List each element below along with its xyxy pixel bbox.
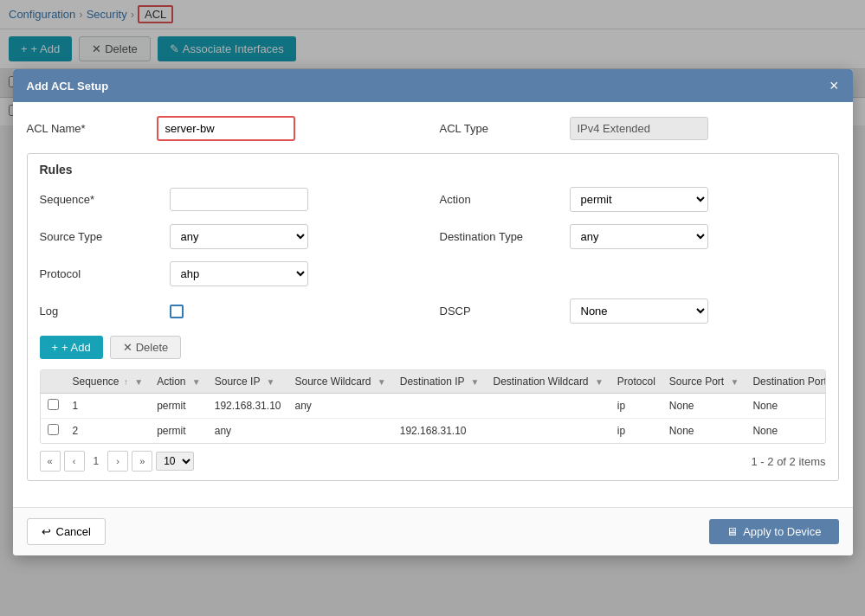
acl-type-value: IPv4 Extended bbox=[570, 117, 708, 140]
inner-table-row: 2 permit any 192.168.31.10 ip None None … bbox=[41, 419, 826, 444]
inner-dst-port-1: None bbox=[746, 394, 825, 419]
action-group: Action permit deny bbox=[440, 187, 826, 212]
inner-dst-ip-2: 192.168.31.10 bbox=[393, 419, 487, 444]
col-destination-ip: Destination IP ▼ bbox=[393, 370, 487, 394]
inner-dst-wild-1 bbox=[487, 394, 610, 419]
acl-name-row: ACL Name* ACL Type IPv4 Extended bbox=[27, 116, 839, 141]
inner-dst-ip-1 bbox=[393, 394, 487, 419]
inner-dst-wild-2 bbox=[487, 419, 610, 444]
inner-src-port-1: None bbox=[662, 394, 746, 419]
destination-type-select[interactable]: any host network bbox=[570, 224, 708, 249]
protocol-label: Protocol bbox=[40, 267, 152, 280]
pag-per-page-select[interactable]: 10 25 50 bbox=[156, 452, 194, 471]
action-filter-icon[interactable]: ▼ bbox=[192, 377, 201, 387]
inner-toolbar: + + Add ✕ Delete bbox=[40, 336, 826, 359]
rules-section: Rules Sequence* Action permit deny bbox=[27, 153, 839, 481]
col-check bbox=[41, 370, 66, 394]
acl-type-group: ACL Type IPv4 Extended bbox=[440, 117, 839, 140]
col-destination-port: Destination Port ▼ bbox=[746, 370, 825, 394]
dscp-group: DSCP None AF11 AF12 AF13 bbox=[440, 298, 826, 324]
inner-src-wild-2 bbox=[287, 419, 392, 444]
inner-table: Sequence ↑ ▼ Action ▼ Source IP ▼ bbox=[41, 370, 826, 443]
pag-last-button[interactable]: » bbox=[132, 451, 152, 472]
source-type-select[interactable]: any host network bbox=[170, 224, 308, 249]
sequence-filter-icon[interactable]: ▼ bbox=[134, 377, 143, 387]
source-dest-row: Source Type any host network Destination… bbox=[40, 224, 826, 249]
sequence-label: Sequence* bbox=[40, 193, 152, 206]
apply-button[interactable]: 🖥 Apply to Device bbox=[709, 519, 838, 544]
pagination: « ‹ 1 › » 10 25 50 1 - 2 of bbox=[40, 451, 826, 472]
pagination-controls: « ‹ 1 › » 10 25 50 bbox=[40, 451, 195, 472]
cancel-label: Cancel bbox=[56, 525, 91, 538]
inner-src-port-2: None bbox=[662, 419, 746, 444]
log-group: Log bbox=[40, 305, 426, 318]
source-wildcard-filter-icon[interactable]: ▼ bbox=[378, 377, 386, 387]
protocol-group: Protocol ahp ip tcp udp icmp bbox=[40, 261, 426, 286]
destination-wildcard-filter-icon[interactable]: ▼ bbox=[595, 377, 604, 387]
source-type-group: Source Type any host network bbox=[40, 224, 426, 249]
modal-overlay: Add ACL Setup × ACL Name* ACL Type IPv4 … bbox=[0, 0, 865, 616]
inner-add-label: + Add bbox=[61, 341, 91, 354]
inner-delete-label: Delete bbox=[136, 341, 169, 354]
modal: Add ACL Setup × ACL Name* ACL Type IPv4 … bbox=[13, 69, 853, 555]
inner-delete-button[interactable]: ✕ Delete bbox=[110, 336, 182, 359]
inner-table-row: 1 permit 192.168.31.10 any ip None None … bbox=[41, 394, 826, 419]
col-source-ip: Source IP ▼ bbox=[208, 370, 288, 394]
inner-protocol-1: ip bbox=[610, 394, 662, 419]
inner-src-ip-1: 192.168.31.10 bbox=[208, 394, 288, 419]
source-port-filter-icon[interactable]: ▼ bbox=[731, 377, 739, 387]
cancel-icon: ↩ bbox=[42, 525, 51, 538]
inner-protocol-2: ip bbox=[610, 419, 662, 444]
log-checkbox[interactable] bbox=[170, 305, 184, 318]
modal-body: ACL Name* ACL Type IPv4 Extended Rules S… bbox=[13, 102, 853, 507]
action-select[interactable]: permit deny bbox=[570, 187, 708, 212]
acl-name-label: ACL Name* bbox=[27, 122, 139, 135]
inner-src-ip-2: any bbox=[208, 419, 288, 444]
apply-icon: 🖥 bbox=[726, 525, 738, 538]
inner-row-checkbox-2[interactable] bbox=[48, 424, 59, 435]
pag-per-page: 10 25 50 bbox=[156, 452, 194, 471]
pag-first-button[interactable]: « bbox=[40, 451, 61, 472]
modal-title: Add ACL Setup bbox=[27, 80, 109, 93]
log-label: Log bbox=[40, 305, 152, 318]
modal-header: Add ACL Setup × bbox=[13, 69, 853, 102]
modal-close-button[interactable]: × bbox=[829, 78, 839, 93]
dscp-select[interactable]: None AF11 AF12 AF13 bbox=[570, 298, 708, 324]
modal-footer: ↩ Cancel 🖥 Apply to Device bbox=[13, 507, 853, 555]
destination-type-group: Destination Type any host network bbox=[440, 224, 826, 249]
source-ip-filter-icon[interactable]: ▼ bbox=[267, 377, 275, 387]
inner-dst-port-2: None bbox=[746, 419, 825, 444]
rules-title: Rules bbox=[40, 163, 826, 176]
col-destination-wildcard: Destination Wildcard ▼ bbox=[487, 370, 610, 394]
destination-type-label: Destination Type bbox=[440, 230, 552, 243]
pag-current-page: 1 bbox=[88, 455, 105, 467]
inner-delete-icon: ✕ bbox=[123, 341, 132, 354]
inner-seq-1: 1 bbox=[66, 394, 151, 419]
inner-src-wild-1: any bbox=[287, 394, 392, 419]
protocol-row: Protocol ahp ip tcp udp icmp bbox=[40, 261, 826, 286]
sequence-action-row: Sequence* Action permit deny bbox=[40, 187, 826, 212]
cancel-button[interactable]: ↩ Cancel bbox=[27, 518, 106, 545]
pagination-info: 1 - 2 of 2 items bbox=[752, 455, 826, 468]
log-dscp-row: Log DSCP None AF11 AF12 AF13 bbox=[40, 298, 826, 324]
pag-next-button[interactable]: › bbox=[107, 451, 128, 472]
protocol-select[interactable]: ahp ip tcp udp icmp bbox=[170, 261, 308, 286]
inner-seq-2: 2 bbox=[66, 419, 151, 444]
col-sequence: Sequence ↑ ▼ bbox=[66, 370, 151, 394]
destination-ip-filter-icon[interactable]: ▼ bbox=[471, 377, 480, 387]
pag-prev-button[interactable]: ‹ bbox=[64, 451, 85, 472]
acl-name-group: ACL Name* bbox=[27, 116, 426, 141]
acl-name-input[interactable] bbox=[157, 116, 295, 141]
col-source-wildcard: Source Wildcard ▼ bbox=[287, 370, 392, 394]
inner-add-button[interactable]: + + Add bbox=[40, 336, 103, 359]
inner-row-checkbox-1[interactable] bbox=[48, 399, 59, 410]
source-type-label: Source Type bbox=[40, 230, 152, 243]
inner-add-icon: + bbox=[52, 341, 59, 354]
inner-action-1: permit bbox=[150, 394, 208, 419]
inner-table-container: Sequence ↑ ▼ Action ▼ Source IP ▼ bbox=[40, 369, 826, 444]
sequence-input[interactable] bbox=[170, 188, 308, 211]
apply-label: Apply to Device bbox=[743, 525, 821, 538]
inner-action-2: permit bbox=[150, 419, 208, 444]
col-action: Action ▼ bbox=[150, 370, 208, 394]
acl-type-label: ACL Type bbox=[440, 122, 552, 135]
